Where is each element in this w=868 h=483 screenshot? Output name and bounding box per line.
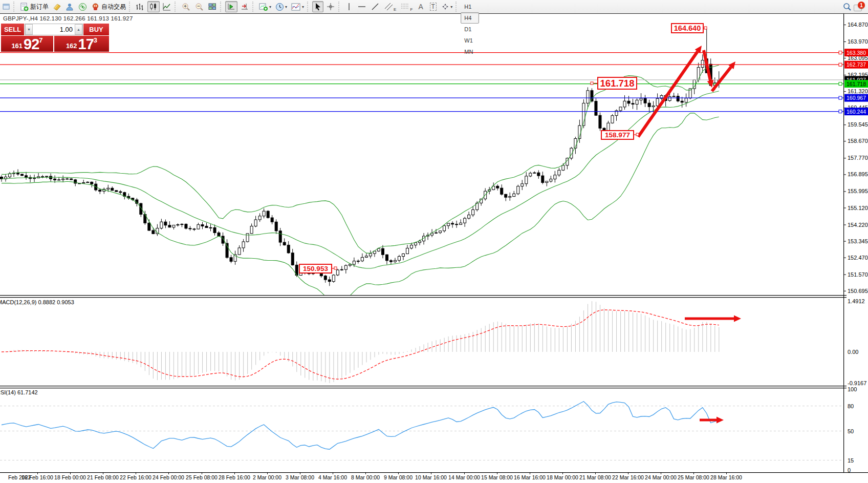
toolbar-grip xyxy=(455,2,459,12)
fibo-tool-button[interactable]: F xyxy=(399,1,414,12)
time-tick-label: 28 Feb 16:00 xyxy=(219,474,250,480)
price-tick-label: 158.670 xyxy=(848,138,868,144)
sell-price-display[interactable]: 161 92 7 xyxy=(1,36,54,52)
panel-separator[interactable] xyxy=(0,295,847,296)
buy-button[interactable]: BUY xyxy=(83,24,109,35)
panel-separator[interactable] xyxy=(0,388,847,388)
volume-box: ▼ 1.00 ▲ xyxy=(25,24,83,35)
notifications-button[interactable]: 1 xyxy=(854,2,865,12)
price-tick-label: 152.470 xyxy=(848,255,868,261)
volume-input[interactable]: 1.00 xyxy=(33,26,75,33)
crosshair-tool-button[interactable] xyxy=(324,1,337,12)
toolbar-grip xyxy=(13,2,17,12)
tf-button-h1[interactable]: H1 xyxy=(461,1,479,12)
price-label-text: 164.640 xyxy=(674,24,701,32)
sell-button[interactable]: SELL xyxy=(1,24,25,35)
indicators-button[interactable]: ▾ xyxy=(290,1,306,12)
price-tick-label: 157.770 xyxy=(848,155,868,161)
fibonacci-icon xyxy=(400,2,410,11)
price-label-text: 158.977 xyxy=(605,131,630,139)
window-icon[interactable] xyxy=(1,1,12,12)
bar-chart-button[interactable] xyxy=(134,1,146,12)
auto-trading-label: 自动交易 xyxy=(101,3,126,11)
panel-separator[interactable] xyxy=(0,297,847,298)
price-tag-label: 162.737 xyxy=(847,61,866,68)
sell-price-base: 161 xyxy=(11,41,23,51)
label-anchor-square[interactable] xyxy=(636,133,639,136)
time-tick-label: 16 Mar 16:00 xyxy=(514,474,546,480)
auto-scroll-button[interactable] xyxy=(225,1,237,12)
price-tag-label: 160.244 xyxy=(847,109,866,115)
signals-button[interactable] xyxy=(77,1,89,12)
line-anchor-square[interactable] xyxy=(839,63,842,66)
price-tag-label: 160.967 xyxy=(847,95,866,101)
label-tool-button[interactable]: T xyxy=(427,1,439,12)
marketwatch-button[interactable] xyxy=(51,1,63,12)
rsi-label: RSI(14) 61.7142 xyxy=(0,389,38,395)
auto-trading-button[interactable]: 自动交易 xyxy=(90,1,127,12)
panel-separator[interactable] xyxy=(0,386,847,386)
price-label-text: 161.718 xyxy=(600,78,635,89)
label-anchor-square[interactable] xyxy=(704,27,707,29)
new-chart-icon xyxy=(259,3,268,11)
line-chart-button[interactable] xyxy=(161,1,173,12)
new-order-icon xyxy=(20,3,29,11)
zoom-in-button[interactable] xyxy=(180,1,192,12)
vline-tool-button[interactable] xyxy=(343,1,355,12)
line-anchor-square[interactable] xyxy=(839,96,842,99)
shapes-tool-button[interactable]: ▾ xyxy=(440,1,454,12)
new-order-label: 新订单 xyxy=(30,3,49,11)
zoom-out-button[interactable] xyxy=(193,1,205,12)
trendline-tool-button[interactable] xyxy=(369,1,381,12)
volume-increment-button[interactable]: ▲ xyxy=(75,24,82,35)
new-order-button[interactable]: 新订单 xyxy=(18,1,50,12)
tile-windows-button[interactable] xyxy=(206,1,219,12)
price-tick-label: 153.345 xyxy=(848,238,868,244)
triangle-up-icon: ▲ xyxy=(77,28,80,31)
tf-button-mn[interactable]: MN xyxy=(461,46,479,57)
line-anchor-square[interactable] xyxy=(839,51,842,54)
candlestick-chart-button[interactable] xyxy=(147,1,160,12)
tf-button-d1[interactable]: D1 xyxy=(461,24,479,35)
toolbar-grip xyxy=(307,2,311,12)
search-button[interactable] xyxy=(841,1,853,12)
tf-button-h4[interactable]: H4 xyxy=(461,12,479,24)
line-anchor-square[interactable] xyxy=(839,82,842,86)
new-chart-button[interactable]: ▾ xyxy=(257,1,273,12)
buy-price-display[interactable]: 162 17 3 xyxy=(54,36,109,52)
time-tick-label: 14 Mar 00:00 xyxy=(448,474,480,480)
text-tool-icon: A xyxy=(419,3,423,11)
timeframe-group: M1M5M15M30H1H4D1W1MN xyxy=(460,0,479,57)
line-anchor-square[interactable] xyxy=(839,110,842,113)
time-tick-label: 21 Mar 08:00 xyxy=(579,474,611,480)
notification-count-badge: 1 xyxy=(858,2,865,9)
community-button[interactable] xyxy=(64,1,76,12)
hline-tool-button[interactable] xyxy=(356,1,368,12)
gold-box-icon xyxy=(53,3,61,11)
time-tick-label: 18 Feb 00:00 xyxy=(54,474,86,480)
label-anchor-square[interactable] xyxy=(334,267,337,269)
cursor-tool-button[interactable] xyxy=(312,1,323,12)
toolbar-grip xyxy=(252,2,256,12)
label-anchor-square[interactable] xyxy=(591,82,593,85)
auto-trading-icon xyxy=(91,3,100,11)
chart-shift-button[interactable] xyxy=(238,1,251,12)
crosshair-icon xyxy=(326,2,335,11)
channel-tool-button[interactable]: E xyxy=(382,1,398,12)
price-axis-border xyxy=(843,13,844,472)
one-click-trading-panel: SELL ▼ 1.00 ▲ BUY 161 92 7 162 17 3 xyxy=(1,24,109,52)
macd-min-label: -0.9167 xyxy=(848,380,866,386)
indicators-icon xyxy=(291,3,301,11)
tf-button-w1[interactable]: W1 xyxy=(461,35,479,46)
channel-icon xyxy=(384,2,394,11)
channel-sub-label: E xyxy=(394,7,396,12)
price-tick-label: 156.895 xyxy=(848,171,868,177)
chart-canvas[interactable]: 164.870163.970163.095162.195161.320160.4… xyxy=(0,0,868,483)
rsi-tick-label: 0 xyxy=(848,467,851,473)
text-tool-button[interactable]: A xyxy=(415,1,426,12)
periods-button[interactable]: ▾ xyxy=(274,1,289,12)
sell-price-point: 7 xyxy=(39,37,42,44)
volume-decrement-button[interactable]: ▼ xyxy=(25,24,33,35)
rsi-tick-label: 100 xyxy=(848,386,857,392)
arrows-shape-icon xyxy=(441,3,449,11)
